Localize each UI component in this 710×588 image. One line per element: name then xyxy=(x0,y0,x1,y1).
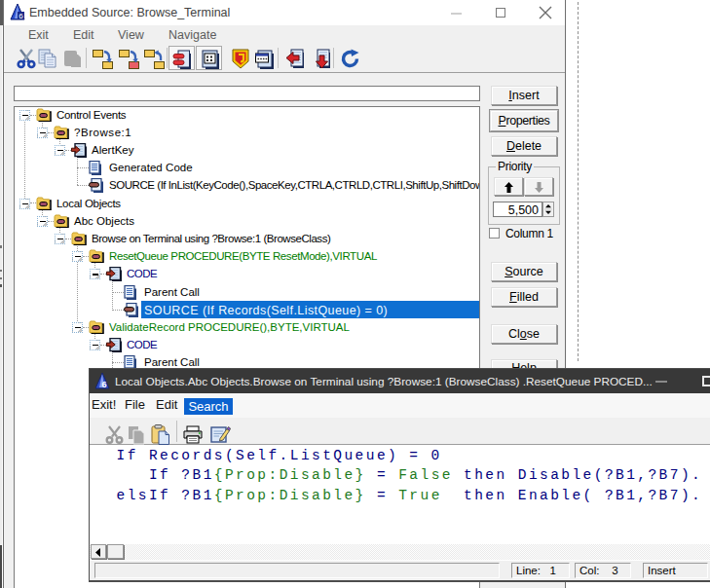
svg-text:6: 6 xyxy=(19,12,23,20)
svg-text:6: 6 xyxy=(101,380,106,389)
